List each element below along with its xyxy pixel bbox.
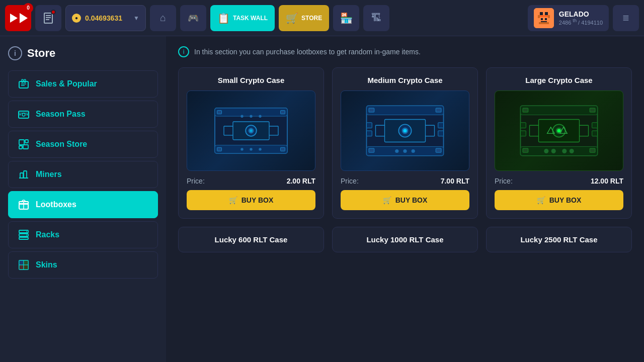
svg-rect-3 bbox=[539, 15, 549, 17]
sidebar-item-racks[interactable]: Racks bbox=[8, 221, 158, 248]
sidebar-item-skins[interactable]: Skins bbox=[8, 251, 158, 279]
large-crypto-case-card: Large Crypto Case bbox=[486, 67, 632, 219]
lucky-1000-title: Lucky 1000 RLT Case bbox=[341, 235, 469, 244]
lootboxes-icon bbox=[18, 199, 30, 211]
page-title: i Store bbox=[8, 46, 158, 60]
sales-icon bbox=[18, 78, 30, 90]
svg-rect-2 bbox=[545, 12, 548, 15]
season-store-icon bbox=[18, 138, 30, 150]
lucky-1000-card: Lucky 1000 RLT Case bbox=[332, 227, 478, 252]
svg-rect-11 bbox=[19, 81, 28, 88]
svg-point-35 bbox=[26, 235, 27, 236]
svg-point-60 bbox=[259, 115, 261, 118]
svg-rect-38 bbox=[24, 260, 28, 265]
content-area: i In this section you can purchase lootb… bbox=[166, 36, 644, 362]
cart-icon-large: 🛒 bbox=[537, 196, 545, 204]
large-crypto-price-label: Price: bbox=[495, 177, 513, 185]
profile-rank: 2486 th / 4194110 bbox=[559, 18, 603, 26]
svg-point-17 bbox=[22, 113, 25, 116]
taskwall-label: TASK WALL bbox=[233, 15, 268, 22]
book-button[interactable] bbox=[35, 5, 61, 31]
store-icon: 🛒 bbox=[286, 12, 298, 24]
wallet-amount: 0.04693631 bbox=[85, 14, 122, 22]
svg-rect-21 bbox=[19, 140, 24, 145]
small-crypto-buy-label: BUY BOX bbox=[242, 196, 274, 204]
svg-point-62 bbox=[250, 148, 252, 150]
svg-rect-90 bbox=[521, 147, 598, 156]
top-navigation: 0 ● 0.04693631 ▼ ⌂ 🎮 📋 TASK WALL 🛒 STO bbox=[0, 0, 644, 36]
market-button[interactable]: 🏪 bbox=[333, 5, 359, 31]
taskwall-icon: 📋 bbox=[217, 12, 230, 24]
lucky-2500-title: Lucky 2500 RLT Case bbox=[495, 235, 623, 244]
sidebar-item-skins-label: Skins bbox=[36, 260, 57, 269]
svg-rect-105 bbox=[523, 108, 528, 112]
svg-rect-26 bbox=[24, 171, 27, 178]
notification-badge: 0 bbox=[23, 3, 33, 13]
sidebar-item-season-store[interactable]: Season Store bbox=[8, 131, 158, 158]
small-crypto-buy-button[interactable]: 🛒 BUY BOX bbox=[187, 190, 315, 210]
svg-rect-57 bbox=[281, 147, 285, 151]
svg-point-19 bbox=[20, 114, 21, 116]
lucky-600-title: Lucky 600 RLT Case bbox=[187, 235, 315, 244]
lucky-600-card: Lucky 600 RLT Case bbox=[178, 227, 324, 252]
hamburger-icon: ≡ bbox=[623, 12, 629, 25]
svg-point-59 bbox=[250, 115, 252, 118]
svg-rect-55 bbox=[281, 111, 285, 114]
svg-point-58 bbox=[240, 115, 243, 118]
market-icon: 🏪 bbox=[340, 12, 353, 24]
wallet-display[interactable]: ● 0.04693631 ▼ bbox=[65, 5, 146, 31]
taskwall-button[interactable]: 📋 TASK WALL bbox=[210, 5, 275, 31]
large-crypto-price-row: Price: 12.00 RLT bbox=[495, 177, 623, 185]
sidebar-item-sales[interactable]: Sales & Popular bbox=[8, 70, 158, 98]
svg-rect-106 bbox=[590, 108, 595, 112]
large-crypto-buy-button[interactable]: 🛒 BUY BOX bbox=[495, 190, 623, 210]
youtube-icon bbox=[10, 14, 18, 23]
svg-rect-56 bbox=[217, 147, 222, 151]
small-crypto-price-label: Price: bbox=[187, 177, 205, 185]
svg-point-98 bbox=[557, 129, 560, 132]
sidebar-item-miners[interactable]: Miners bbox=[8, 161, 158, 188]
svg-point-63 bbox=[259, 148, 261, 150]
medium-crypto-price: 7.00 RLT bbox=[441, 177, 469, 185]
large-crypto-image bbox=[495, 90, 623, 171]
home-button[interactable]: ⌂ bbox=[150, 5, 176, 31]
svg-rect-10 bbox=[548, 15, 550, 18]
sidebar-item-season-pass[interactable]: Season Pass bbox=[8, 101, 158, 128]
svg-rect-108 bbox=[590, 148, 595, 152]
svg-rect-107 bbox=[523, 148, 528, 152]
medium-crypto-buy-button[interactable]: 🛒 BUY BOX bbox=[341, 190, 469, 210]
menu-button[interactable]: ≡ bbox=[613, 5, 639, 31]
lootbox-cards-grid: Small Crypto Case bbox=[178, 67, 632, 219]
medium-crypto-case-card: Medium Crypto Case bbox=[332, 67, 478, 219]
section-info: i In this section you can purchase lootb… bbox=[178, 46, 632, 57]
sidebar-item-miners-label: Miners bbox=[36, 170, 62, 179]
small-crypto-title: Small Crypto Case bbox=[187, 76, 315, 84]
skins-icon bbox=[18, 259, 30, 271]
svg-point-86 bbox=[403, 149, 407, 153]
sidebar-item-lootboxes[interactable]: Lootboxes bbox=[8, 191, 158, 218]
small-crypto-image bbox=[187, 90, 315, 171]
svg-rect-81 bbox=[369, 108, 374, 112]
svg-point-87 bbox=[412, 149, 415, 153]
wallet-dropdown-icon: ▼ bbox=[133, 15, 139, 22]
svg-rect-6 bbox=[545, 18, 547, 20]
medium-crypto-image bbox=[341, 90, 469, 171]
lucky-cases-grid: Lucky 600 RLT Case Lucky 1000 RLT Case L… bbox=[178, 227, 632, 252]
svg-rect-7 bbox=[541, 21, 547, 22]
store-button[interactable]: 🛒 STORE bbox=[279, 5, 329, 31]
gamepad-icon: 🎮 bbox=[188, 13, 199, 24]
svg-rect-37 bbox=[19, 260, 24, 265]
svg-point-47 bbox=[250, 129, 252, 132]
svg-rect-68 bbox=[367, 131, 372, 136]
book-icon bbox=[44, 13, 53, 24]
svg-rect-40 bbox=[24, 265, 28, 269]
small-crypto-case-card: Small Crypto Case bbox=[178, 67, 324, 219]
profile-username: GELADO bbox=[559, 10, 603, 18]
profile-area[interactable]: GELADO 2486 th / 4194110 bbox=[528, 5, 609, 31]
gamepad-button[interactable]: 🎮 bbox=[180, 5, 206, 31]
building-icon: 🏗 bbox=[371, 12, 381, 24]
svg-rect-54 bbox=[217, 111, 222, 114]
building-button[interactable]: 🏗 bbox=[363, 5, 389, 31]
svg-rect-24 bbox=[23, 145, 28, 149]
youtube-button[interactable]: 0 bbox=[5, 5, 31, 31]
